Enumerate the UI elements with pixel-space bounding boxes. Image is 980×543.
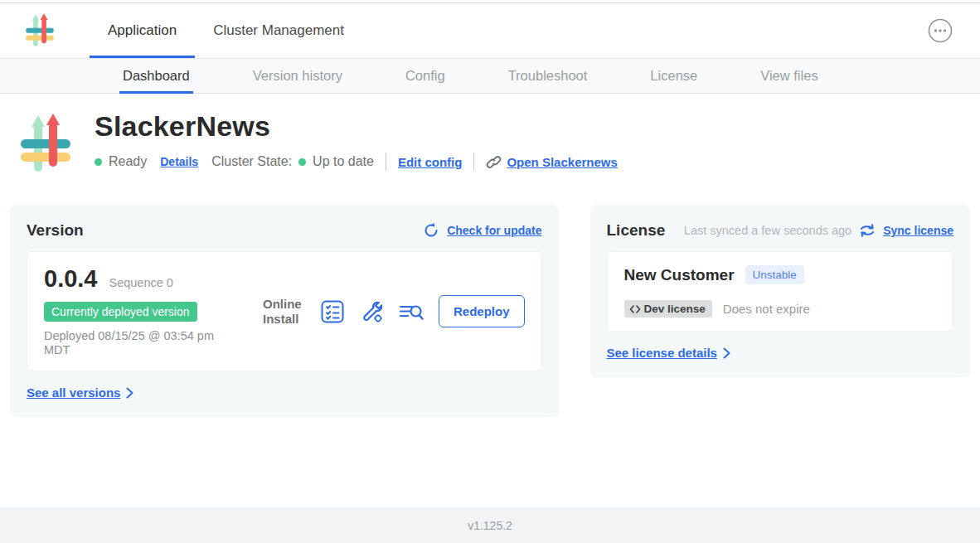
currently-deployed-badge: Currently deployed version xyxy=(44,302,197,322)
cluster-state-dot xyxy=(298,158,306,166)
install-type-label: Online Install xyxy=(263,297,308,326)
divider xyxy=(473,153,474,171)
cluster-state-label: Cluster State: xyxy=(211,154,292,169)
license-details-panel: New Customer Unstable Dev license Does n… xyxy=(607,251,953,332)
details-link[interactable]: Details xyxy=(160,155,198,168)
edit-config-link[interactable]: Edit config xyxy=(398,155,463,169)
license-card: License Last synced a few seconds ago Sy… xyxy=(590,205,970,377)
see-license-details-link[interactable]: See license details xyxy=(607,346,730,360)
channel-badge: Unstable xyxy=(745,265,804,284)
subnav-tab-config[interactable]: Config xyxy=(404,59,447,93)
sync-license-link[interactable]: Sync license xyxy=(883,224,953,237)
subnav-dashboard-label: Dashboard xyxy=(123,68,190,84)
subnav-version-history-label: Version history xyxy=(253,68,342,84)
subnav-tab-version-history[interactable]: Version history xyxy=(251,59,344,93)
refresh-icon xyxy=(423,222,439,239)
chevron-right-icon xyxy=(126,387,133,399)
ellipsis-circle-icon xyxy=(927,17,953,44)
see-all-versions-link[interactable]: See all versions xyxy=(27,385,133,400)
subnav-tab-view-files[interactable]: View files xyxy=(759,59,819,93)
slackernews-logo-icon xyxy=(18,114,73,175)
view-logs-button[interactable] xyxy=(399,300,422,323)
tab-cluster-management-label: Cluster Management xyxy=(213,22,344,39)
sync-icon xyxy=(859,223,876,238)
deployed-timestamp: Deployed 08/15/25 @ 03:54 pm MDT xyxy=(44,329,241,357)
app-status-text: Ready xyxy=(109,154,147,169)
redeploy-button[interactable]: Redeploy xyxy=(439,295,525,327)
app-header-block: SlackerNews Ready Details Cluster State:… xyxy=(18,110,980,175)
chevron-right-icon xyxy=(723,347,730,359)
subnav-tab-license[interactable]: License xyxy=(648,59,699,93)
checklist-icon xyxy=(321,300,344,323)
subnav-troubleshoot-label: Troubleshoot xyxy=(508,68,588,84)
subnav-tab-dashboard[interactable]: Dashboard xyxy=(121,59,192,93)
cluster-state-value: Up to date xyxy=(313,154,374,169)
sequence-label: Sequence 0 xyxy=(109,276,173,289)
tab-application-label: Application xyxy=(108,22,177,39)
subnav-tab-troubleshoot[interactable]: Troubleshoot xyxy=(507,59,589,93)
app-status-dot xyxy=(95,158,102,166)
app-subnav: Dashboard Version history Config Trouble… xyxy=(0,58,980,94)
preflight-checks-button[interactable] xyxy=(321,300,344,323)
edit-config-version-button[interactable] xyxy=(360,300,383,323)
tab-cluster-management[interactable]: Cluster Management xyxy=(195,3,362,58)
current-version-panel: 0.0.4 Sequence 0 Currently deployed vers… xyxy=(27,251,542,371)
license-type-tag: Dev license xyxy=(624,300,712,318)
header-tabs: Application Cluster Management xyxy=(90,3,362,58)
console-version: v1.125.2 xyxy=(468,519,512,532)
link-icon xyxy=(486,154,502,170)
license-type-label: Dev license xyxy=(644,303,706,315)
page-title: SlackerNews xyxy=(95,110,618,143)
see-license-details-label: See license details xyxy=(607,346,717,360)
open-slackernews-label: Open Slackernews xyxy=(507,155,617,169)
app-status-row: Ready Details Cluster State: Up to date … xyxy=(95,153,618,171)
license-card-title: License xyxy=(607,221,666,240)
app-logo-icon xyxy=(25,13,55,48)
divider xyxy=(386,153,386,171)
customer-name: New Customer xyxy=(624,266,735,284)
check-for-update-link[interactable]: Check for update xyxy=(447,224,541,237)
top-navbar: Application Cluster Management xyxy=(0,3,980,58)
license-expiry-text: Does not expire xyxy=(723,302,810,316)
wrench-gear-icon xyxy=(360,300,383,323)
subnav-license-label: License xyxy=(650,68,697,84)
version-card-title: Version xyxy=(27,221,84,240)
last-synced-text: Last synced a few seconds ago xyxy=(684,224,851,237)
see-all-versions-label: See all versions xyxy=(27,385,120,400)
lines-magnifier-icon xyxy=(399,300,424,323)
overflow-menu-button[interactable] xyxy=(927,17,953,44)
subnav-config-label: Config xyxy=(405,68,445,84)
open-slackernews-link[interactable]: Open Slackernews xyxy=(486,154,617,170)
code-icon xyxy=(629,304,641,314)
app-footer: v1.125.2 xyxy=(0,507,980,543)
subnav-view-files-label: View files xyxy=(760,68,817,84)
version-number: 0.0.4 xyxy=(44,265,98,293)
dashboard-main: SlackerNews Ready Details Cluster State:… xyxy=(0,94,980,507)
tab-application[interactable]: Application xyxy=(90,3,195,58)
version-card: Version Check for update 0.0.4 Sequence … xyxy=(10,205,559,417)
